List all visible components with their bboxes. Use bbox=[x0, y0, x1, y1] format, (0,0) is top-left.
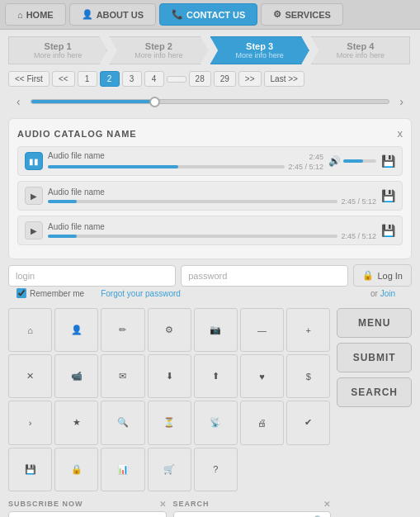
icon-chevron-right[interactable]: › bbox=[8, 401, 52, 444]
icon-cart[interactable]: 🛒 bbox=[148, 448, 191, 491]
slider-right-arrow[interactable]: › bbox=[396, 93, 407, 110]
page-3[interactable]: 3 bbox=[122, 71, 142, 87]
play-button-3[interactable]: ▶ bbox=[25, 221, 43, 240]
track-progress-container-1: 2:45 / 5:12 bbox=[48, 163, 323, 171]
search-input[interactable] bbox=[179, 512, 311, 517]
icon-search[interactable]: 🔍 bbox=[101, 401, 144, 444]
volume-icon-1[interactable]: 🔊 bbox=[328, 155, 341, 167]
slider-track[interactable] bbox=[31, 99, 390, 104]
phone-icon: 📞 bbox=[172, 9, 183, 20]
home-icon: ⌂ bbox=[17, 10, 23, 20]
icon-video[interactable]: 📹 bbox=[54, 354, 98, 398]
submit-button[interactable]: SUBMIT bbox=[337, 343, 412, 372]
track-progress-3[interactable] bbox=[48, 235, 337, 238]
step-4[interactable]: Step 4 More info here bbox=[311, 36, 410, 64]
page-2[interactable]: 2 bbox=[100, 71, 120, 87]
save-icon-2[interactable]: 💾 bbox=[381, 189, 395, 202]
catalog-close[interactable]: x bbox=[398, 127, 403, 140]
icon-star[interactable]: ★ bbox=[54, 401, 98, 444]
page-next2[interactable]: >> bbox=[238, 71, 262, 87]
page-28[interactable]: 28 bbox=[189, 71, 211, 87]
right-buttons: MENU SUBMIT SEARCH bbox=[337, 308, 412, 491]
page-prev2[interactable]: << bbox=[52, 71, 75, 87]
volume-track-1[interactable] bbox=[343, 159, 376, 163]
icon-arrow-down[interactable]: ⬇ bbox=[148, 354, 191, 398]
remember-label[interactable]: Remember me bbox=[17, 288, 84, 298]
icon-heart[interactable]: ♥ bbox=[240, 354, 284, 398]
page-last[interactable]: Last >> bbox=[264, 71, 304, 87]
track-progress-1[interactable] bbox=[48, 165, 285, 168]
step-2[interactable]: Step 2 More info here bbox=[109, 36, 208, 64]
subscribe-label: SUBSCRIBE NOW ✕ bbox=[8, 500, 167, 509]
play-button-2[interactable]: ▶ bbox=[25, 187, 43, 205]
or-join: or Join bbox=[370, 289, 403, 298]
icon-lock[interactable]: 🔒 bbox=[54, 448, 98, 491]
icon-plus[interactable]: + bbox=[286, 308, 330, 352]
icon-gear[interactable]: ⚙ bbox=[148, 308, 191, 352]
audio-catalog: AUDIO CATALOG NAME x ▮▮ Audio file name … bbox=[8, 118, 412, 259]
save-icon-1[interactable]: 💾 bbox=[381, 154, 395, 168]
step-3[interactable]: Step 3 More info here bbox=[210, 36, 309, 64]
search-clear[interactable]: ✕ bbox=[323, 500, 331, 509]
icon-print[interactable]: 🖨 bbox=[240, 401, 284, 444]
search-button[interactable]: SEARCH bbox=[337, 377, 412, 407]
icon-person[interactable]: 👤 bbox=[54, 308, 98, 352]
icon-question[interactable]: ? bbox=[194, 448, 238, 491]
slider-thumb[interactable] bbox=[149, 97, 160, 107]
icon-dollar[interactable]: $ bbox=[286, 354, 330, 398]
icon-home[interactable]: ⌂ bbox=[8, 308, 52, 352]
login-button[interactable]: 🔒 Log In bbox=[353, 264, 412, 287]
step-1[interactable]: Step 1 More info here bbox=[8, 36, 107, 64]
gear-icon: ⚙ bbox=[273, 9, 281, 20]
page-29[interactable]: 29 bbox=[214, 71, 236, 87]
track-name-2: Audio file name bbox=[48, 187, 105, 197]
menu-button[interactable]: MENU bbox=[337, 308, 412, 338]
icon-camera[interactable]: 📷 bbox=[194, 308, 238, 352]
icon-bar-chart[interactable]: 📊 bbox=[101, 448, 144, 491]
nav-services[interactable]: ⚙ SERVICES bbox=[261, 3, 342, 26]
catalog-title: AUDIO CATALOG NAME bbox=[17, 129, 137, 139]
nav-about[interactable]: 👤 ABOUT US bbox=[69, 3, 156, 26]
icon-save[interactable]: 💾 bbox=[8, 448, 52, 491]
step-1-title: Step 1 bbox=[45, 41, 72, 51]
subscribe-input[interactable] bbox=[14, 512, 150, 517]
join-link[interactable]: Join bbox=[380, 289, 395, 298]
subscribe-clear[interactable]: ✕ bbox=[159, 500, 167, 509]
login-fields-row: 🔒 Log In bbox=[8, 264, 412, 287]
password-input[interactable] bbox=[181, 265, 348, 287]
subscribe-input-wrapper: ✉ bbox=[8, 511, 167, 517]
icon-arrow-up[interactable]: ⬆ bbox=[194, 354, 238, 398]
forgot-link[interactable]: Forgot your password bbox=[101, 289, 181, 298]
remember-checkbox[interactable] bbox=[17, 288, 26, 298]
track-info-1: Audio file name 2:45 2:45 / 5:12 bbox=[48, 151, 323, 171]
nav-home-label: HOME bbox=[26, 10, 54, 20]
icon-check[interactable]: ✔ bbox=[286, 401, 330, 444]
login-input[interactable] bbox=[8, 265, 176, 287]
page-first[interactable]: << First bbox=[8, 71, 50, 87]
icon-hourglass[interactable]: ⏳ bbox=[148, 401, 191, 444]
step-3-sub: More info here bbox=[236, 51, 284, 59]
track-fill-3 bbox=[48, 235, 77, 238]
subscribe-group: SUBSCRIBE NOW ✕ ✉ bbox=[8, 500, 167, 517]
audio-track-1: ▮▮ Audio file name 2:45 2:45 / 5:12 🔊 💾 bbox=[17, 146, 403, 176]
icon-mail[interactable]: ✉ bbox=[101, 354, 144, 398]
slider-left-arrow[interactable]: ‹ bbox=[13, 93, 24, 110]
pagination: << First << 1 2 3 4 28 29 >> Last >> bbox=[0, 68, 420, 90]
pause-button-1[interactable]: ▮▮ bbox=[25, 152, 43, 170]
audio-track-2: ▶ Audio file name 2:45 / 5:12 💾 bbox=[17, 181, 403, 211]
step-2-title: Step 2 bbox=[145, 41, 172, 51]
page-4[interactable]: 4 bbox=[144, 71, 164, 87]
icon-rss[interactable]: 📡 bbox=[194, 401, 238, 444]
save-icon-3[interactable]: 💾 bbox=[381, 224, 395, 237]
icon-pencil[interactable]: ✏ bbox=[101, 308, 144, 352]
nav-home[interactable]: ⌂ HOME bbox=[5, 3, 66, 26]
nav-contact[interactable]: 📞 CONTACT US bbox=[159, 3, 257, 26]
icon-x[interactable]: ✕ bbox=[8, 354, 52, 398]
track-progress-2[interactable] bbox=[48, 200, 337, 203]
icon-minus[interactable]: — bbox=[240, 308, 284, 352]
track-time-label-1: 2:45 / 5:12 bbox=[288, 163, 323, 171]
audio-track-3: ▶ Audio file name 2:45 / 5:12 💾 bbox=[17, 216, 403, 245]
page-1[interactable]: 1 bbox=[78, 71, 97, 87]
page-ellipsis bbox=[167, 76, 186, 83]
nav-services-label: SERVICES bbox=[285, 10, 330, 20]
